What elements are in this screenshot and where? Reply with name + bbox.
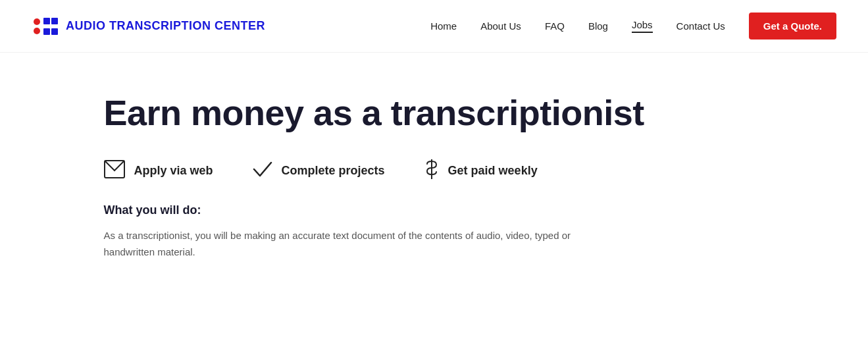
step-apply: Apply via web (104, 160, 213, 182)
section-description: As a transcriptionist, you will be makin… (104, 228, 604, 261)
hero-title: Earn money as a transcriptionist (104, 92, 765, 133)
dollar-icon (424, 159, 439, 182)
svg-point-1 (34, 28, 40, 34)
what-you-will-do-heading: What you will do: (104, 203, 765, 217)
svg-rect-2 (43, 18, 50, 24)
step-apply-label: Apply via web (134, 164, 213, 178)
svg-rect-3 (51, 18, 58, 24)
nav-blog[interactable]: Blog (588, 20, 608, 32)
svg-rect-4 (43, 28, 50, 35)
logo-icon (32, 13, 59, 40)
nav-jobs[interactable]: Jobs (632, 19, 653, 33)
site-logo[interactable]: Audio Transcription Center (32, 13, 265, 40)
steps-row: Apply via web Complete projects Get paid… (104, 159, 765, 182)
nav-faq[interactable]: FAQ (545, 20, 565, 32)
step-complete: Complete projects (253, 160, 385, 182)
step-paid-label: Get paid weekly (448, 164, 538, 178)
nav-contact[interactable]: Contact Us (677, 20, 725, 32)
step-complete-label: Complete projects (282, 164, 385, 178)
nav-about[interactable]: About Us (480, 20, 521, 32)
svg-rect-5 (51, 28, 58, 35)
site-header: Audio Transcription Center Home About Us… (0, 0, 868, 53)
get-quote-button[interactable]: Get a Quote. (749, 13, 836, 40)
checkmark-icon (253, 160, 272, 182)
main-content: Earn money as a transcriptionist Apply v… (72, 53, 796, 287)
main-nav: Home About Us FAQ Blog Jobs Contact Us G… (430, 13, 836, 40)
envelope-icon (104, 160, 125, 182)
svg-point-0 (34, 18, 40, 25)
step-paid: Get paid weekly (424, 159, 538, 182)
nav-home[interactable]: Home (430, 20, 457, 32)
logo-text: Audio Transcription Center (66, 19, 265, 33)
